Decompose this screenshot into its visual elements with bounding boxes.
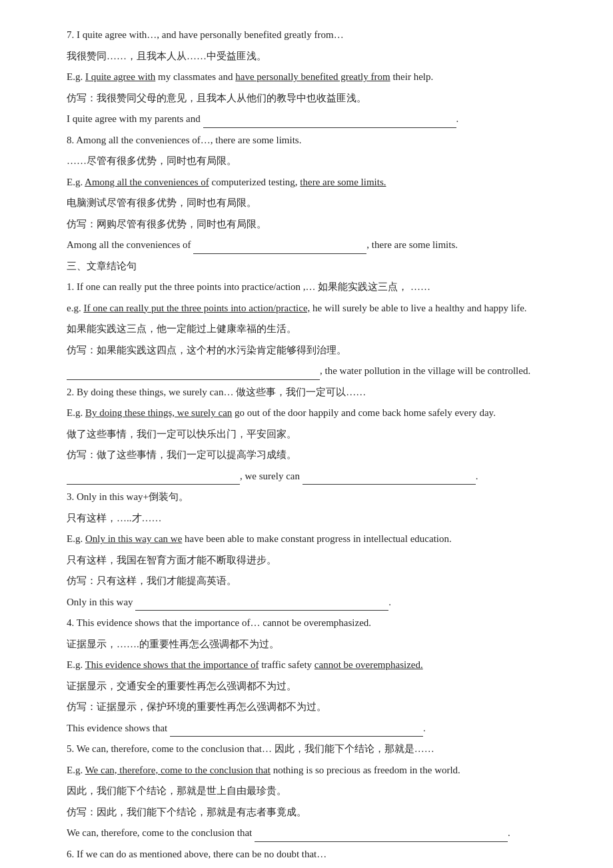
item3-3-eg: E.g. Only in this way can we have been a… bbox=[67, 531, 560, 548]
item3-3-chinese-eg: 只有这样，我国在智育方面才能不断取得进步。 bbox=[67, 552, 560, 569]
item3-1-chinese-eg: 如果能实践这三点，他一定能过上健康幸福的生活。 bbox=[67, 321, 560, 338]
item3-1-fill1 bbox=[67, 370, 320, 380]
item8-imitation: 仿写：网购尽管有很多优势，同时也有局限。 bbox=[67, 216, 560, 233]
item7-eg-text: I quite agree with my classmates and hav… bbox=[83, 71, 433, 82]
item8-title: 8. Among all the conveniences of…, there… bbox=[67, 132, 560, 149]
item7-fill1 bbox=[203, 118, 456, 128]
item3-2-fill2 bbox=[303, 475, 476, 485]
item8-eg: E.g. Among all the conveniences of compu… bbox=[67, 174, 560, 191]
item3-4-title: 4. This evidence shows that the importan… bbox=[67, 615, 560, 632]
item3-1-eg: e.g. If one can really put the three poi… bbox=[67, 300, 560, 317]
item3-3-imitation: 仿写：只有这样，我们才能提高英语。 bbox=[67, 573, 560, 590]
item7-imitation-label: 仿写：我很赞同父母的意见，且我本人从他们的教导中也收益匪浅。 bbox=[67, 90, 560, 107]
item7-eg-label: E.g. bbox=[67, 71, 83, 82]
item8-chinese-eg: 电脑测试尽管有很多优势，同时也有局限。 bbox=[67, 195, 560, 212]
item3-5-title: 5. We can, therefore, come to the conclu… bbox=[67, 741, 560, 758]
item3-2-title: 2. By doing these things, we surely can…… bbox=[67, 384, 560, 401]
item8-fill1 bbox=[193, 244, 366, 254]
item3-4-imitation: 仿写：证据显示，保护环境的重要性再怎么强调都不为过。 bbox=[67, 699, 560, 716]
item7-eg: E.g. I quite agree with my classmates an… bbox=[67, 69, 560, 86]
item3-2-eg: E.g. By doing these things, we surely ca… bbox=[67, 405, 560, 422]
item3-5-eg: E.g. We can, therefore, come to the conc… bbox=[67, 762, 560, 779]
item3-3-chinese1: 只有这样，…..才…… bbox=[67, 510, 560, 527]
item3-4-eg: E.g. This evidence shows that the import… bbox=[67, 657, 560, 674]
item3-2-chinese-eg: 做了这些事情，我们一定可以快乐出门，平安回家。 bbox=[67, 426, 560, 443]
item3-5-chinese-eg: 因此，我们能下个结论，那就是世上自由最珍贵。 bbox=[67, 783, 560, 800]
item8-eg-label: E.g. bbox=[67, 177, 83, 187]
item3-6-title: 6. If we can do as mentioned above, ther… bbox=[67, 846, 560, 863]
item3-5-imitation: 仿写：因此，我们能下个结论，那就是有志者事竟成。 bbox=[67, 804, 560, 821]
item8-chinese1: ……尽管有很多优势，同时也有局限。 bbox=[67, 153, 560, 170]
item3-1-practice: , the water pollution in the village wil… bbox=[67, 363, 560, 380]
page-content: 7. I quite agree with…, and have persona… bbox=[67, 27, 560, 868]
item3-4-fill1 bbox=[170, 727, 423, 737]
item3-5-practice: We can, therefore, come to the conclusio… bbox=[67, 825, 560, 842]
item3-3-title: 3. Only in this way+倒装句。 bbox=[67, 489, 560, 506]
item3-5-fill1 bbox=[255, 832, 508, 842]
item3-2-fill1 bbox=[67, 475, 240, 485]
item3-1-imitation: 仿写：如果能实践这四点，这个村的水污染肯定能够得到治理。 bbox=[67, 342, 560, 359]
item8-practice: Among all the conveniences of , there ar… bbox=[67, 237, 560, 254]
section3-title: 三、文章结论句 bbox=[67, 258, 560, 275]
item3-4-chinese-eg: 证据显示，交通安全的重要性再怎么强调都不为过。 bbox=[67, 678, 560, 695]
item3-1-title: 1. If one can really put the three point… bbox=[67, 279, 560, 296]
item7-title: 7. I quite agree with…, and have persona… bbox=[67, 27, 560, 44]
item3-3-fill1 bbox=[135, 601, 388, 611]
item3-2-imitation: 仿写：做了这些事情，我们一定可以提高学习成绩。 bbox=[67, 447, 560, 464]
item7-practice: I quite agree with my parents and . bbox=[67, 111, 560, 128]
item3-4-practice: This evidence shows that . bbox=[67, 720, 560, 737]
item3-4-chinese1: 证据显示，…….的重要性再怎么强调都不为过。 bbox=[67, 636, 560, 653]
item3-2-practice: , we surely can . bbox=[67, 468, 560, 485]
item3-3-practice: Only in this way . bbox=[67, 594, 560, 611]
item7-chinese1: 我很赞同……，且我本人从……中受益匪浅。 bbox=[67, 48, 560, 65]
